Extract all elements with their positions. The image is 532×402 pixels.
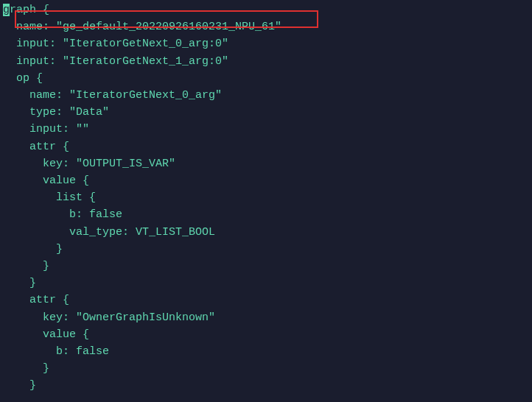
code-line-21: } bbox=[0, 360, 532, 377]
code-text: raph { bbox=[10, 4, 49, 16]
code-line-16: } bbox=[0, 275, 532, 292]
code-line-1: name: "ge_default_20220926160231_NPU_61" bbox=[0, 18, 532, 35]
code-line-9: key: "OUTPUT_IS_VAR" bbox=[0, 155, 532, 172]
code-line-20: b: false bbox=[0, 343, 532, 360]
code-line-12: b: false bbox=[0, 206, 532, 223]
code-line-18: key: "OwnerGraphIsUnknown" bbox=[0, 309, 532, 326]
code-line-17: attr { bbox=[0, 292, 532, 308]
code-line-6: type: "Data" bbox=[0, 104, 532, 121]
code-line-22: } bbox=[0, 377, 532, 394]
code-line-11: list { bbox=[0, 189, 532, 206]
code-line-8: attr { bbox=[0, 138, 532, 155]
code-line-13: val_type: VT_LIST_BOOL bbox=[0, 224, 532, 241]
code-line-19: value { bbox=[0, 326, 532, 343]
code-line-5: name: "IteratorGetNext_0_arg" bbox=[0, 87, 532, 104]
code-line-3: input: "IteratorGetNext_1_arg:0" bbox=[0, 53, 532, 70]
code-line-4: op { bbox=[0, 70, 532, 87]
code-line-0: graph { bbox=[0, 1, 532, 18]
cursor-highlight: g bbox=[3, 4, 10, 16]
code-line-10: value { bbox=[0, 172, 532, 189]
code-line-2: input: "IteratorGetNext_0_arg:0" bbox=[0, 35, 532, 52]
code-line-14: } bbox=[0, 241, 532, 258]
code-line-15: } bbox=[0, 258, 532, 275]
code-line-7: input: "" bbox=[0, 121, 532, 138]
